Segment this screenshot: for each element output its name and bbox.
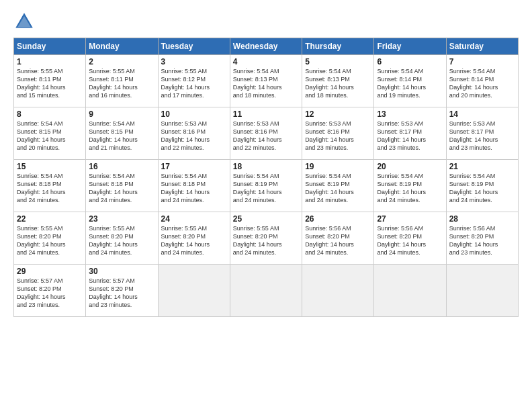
- calendar-cell: 11Sunrise: 5:53 AM Sunset: 8:16 PM Dayli…: [230, 107, 302, 160]
- calendar-cell: 8Sunrise: 5:54 AM Sunset: 8:15 PM Daylig…: [14, 107, 86, 160]
- calendar-cell: 12Sunrise: 5:53 AM Sunset: 8:16 PM Dayli…: [302, 107, 374, 160]
- day-number: 14: [449, 109, 515, 119]
- calendar-cell: 19Sunrise: 5:54 AM Sunset: 8:19 PM Dayli…: [302, 160, 374, 212]
- calendar-cell: 20Sunrise: 5:54 AM Sunset: 8:19 PM Dayli…: [374, 160, 446, 212]
- calendar-cell: 3Sunrise: 5:55 AM Sunset: 8:12 PM Daylig…: [158, 55, 230, 107]
- day-info: Sunrise: 5:53 AM Sunset: 8:16 PM Dayligh…: [305, 120, 371, 152]
- day-info: Sunrise: 5:55 AM Sunset: 8:12 PM Dayligh…: [161, 67, 227, 100]
- col-header-tuesday: Tuesday: [158, 38, 230, 55]
- day-number: 19: [305, 162, 371, 171]
- day-info: Sunrise: 5:57 AM Sunset: 8:20 PM Dayligh…: [89, 277, 154, 310]
- day-info: Sunrise: 5:55 AM Sunset: 8:20 PM Dayligh…: [161, 224, 227, 257]
- calendar-cell: 24Sunrise: 5:55 AM Sunset: 8:20 PM Dayli…: [158, 212, 230, 265]
- day-number: 3: [161, 57, 227, 66]
- day-info: Sunrise: 5:54 AM Sunset: 8:18 PM Dayligh…: [161, 172, 227, 205]
- calendar-cell: 29Sunrise: 5:57 AM Sunset: 8:20 PM Dayli…: [14, 265, 86, 317]
- col-header-sunday: Sunday: [14, 38, 86, 55]
- day-number: 18: [233, 162, 299, 171]
- col-header-wednesday: Wednesday: [230, 38, 302, 55]
- day-info: Sunrise: 5:54 AM Sunset: 8:18 PM Dayligh…: [17, 172, 83, 205]
- day-number: 13: [377, 109, 443, 119]
- day-number: 24: [161, 214, 227, 224]
- week-row-4: 29Sunrise: 5:57 AM Sunset: 8:20 PM Dayli…: [14, 265, 519, 317]
- calendar-cell: 30Sunrise: 5:57 AM Sunset: 8:20 PM Dayli…: [86, 265, 158, 317]
- day-number: 9: [89, 109, 154, 119]
- header: [13, 11, 519, 32]
- day-info: Sunrise: 5:54 AM Sunset: 8:19 PM Dayligh…: [233, 172, 299, 205]
- calendar: SundayMondayTuesdayWednesdayThursdayFrid…: [13, 38, 519, 317]
- day-number: 5: [305, 57, 371, 66]
- day-info: Sunrise: 5:55 AM Sunset: 8:11 PM Dayligh…: [89, 67, 154, 100]
- day-number: 2: [89, 57, 154, 66]
- day-number: 26: [305, 214, 371, 224]
- calendar-cell: 22Sunrise: 5:55 AM Sunset: 8:20 PM Dayli…: [14, 212, 86, 265]
- calendar-cell: [230, 265, 302, 317]
- calendar-cell: 2Sunrise: 5:55 AM Sunset: 8:11 PM Daylig…: [86, 55, 158, 107]
- calendar-cell: 26Sunrise: 5:56 AM Sunset: 8:20 PM Dayli…: [302, 212, 374, 265]
- day-info: Sunrise: 5:54 AM Sunset: 8:13 PM Dayligh…: [305, 67, 371, 100]
- day-info: Sunrise: 5:53 AM Sunset: 8:17 PM Dayligh…: [377, 120, 443, 152]
- day-number: 7: [449, 57, 515, 66]
- calendar-cell: 16Sunrise: 5:54 AM Sunset: 8:18 PM Dayli…: [86, 160, 158, 212]
- day-number: 20: [377, 162, 443, 171]
- day-info: Sunrise: 5:55 AM Sunset: 8:20 PM Dayligh…: [89, 224, 154, 257]
- day-info: Sunrise: 5:54 AM Sunset: 8:14 PM Dayligh…: [449, 67, 515, 100]
- day-info: Sunrise: 5:55 AM Sunset: 8:20 PM Dayligh…: [17, 224, 83, 257]
- day-info: Sunrise: 5:53 AM Sunset: 8:16 PM Dayligh…: [233, 120, 299, 152]
- col-header-friday: Friday: [374, 38, 446, 55]
- week-row-0: 1Sunrise: 5:55 AM Sunset: 8:11 PM Daylig…: [14, 55, 519, 107]
- calendar-cell: 21Sunrise: 5:54 AM Sunset: 8:19 PM Dayli…: [446, 160, 518, 212]
- day-info: Sunrise: 5:54 AM Sunset: 8:14 PM Dayligh…: [377, 67, 443, 100]
- calendar-cell: [302, 265, 374, 317]
- day-number: 22: [17, 214, 83, 224]
- header-row: SundayMondayTuesdayWednesdayThursdayFrid…: [14, 38, 519, 55]
- calendar-cell: 15Sunrise: 5:54 AM Sunset: 8:18 PM Dayli…: [14, 160, 86, 212]
- day-info: Sunrise: 5:56 AM Sunset: 8:20 PM Dayligh…: [377, 224, 443, 257]
- calendar-cell: 28Sunrise: 5:56 AM Sunset: 8:20 PM Dayli…: [446, 212, 518, 265]
- calendar-cell: 5Sunrise: 5:54 AM Sunset: 8:13 PM Daylig…: [302, 55, 374, 107]
- day-number: 11: [233, 109, 299, 119]
- day-info: Sunrise: 5:53 AM Sunset: 8:17 PM Dayligh…: [449, 120, 515, 152]
- calendar-cell: 18Sunrise: 5:54 AM Sunset: 8:19 PM Dayli…: [230, 160, 302, 212]
- calendar-cell: [446, 265, 518, 317]
- day-number: 6: [377, 57, 443, 66]
- day-number: 23: [89, 214, 154, 224]
- day-info: Sunrise: 5:54 AM Sunset: 8:15 PM Dayligh…: [17, 120, 83, 152]
- day-number: 28: [449, 214, 515, 224]
- day-number: 12: [305, 109, 371, 119]
- week-row-2: 15Sunrise: 5:54 AM Sunset: 8:18 PM Dayli…: [14, 160, 519, 212]
- day-number: 25: [233, 214, 299, 224]
- week-row-3: 22Sunrise: 5:55 AM Sunset: 8:20 PM Dayli…: [14, 212, 519, 265]
- calendar-cell: 10Sunrise: 5:53 AM Sunset: 8:16 PM Dayli…: [158, 107, 230, 160]
- logo: [13, 11, 38, 32]
- calendar-cell: 17Sunrise: 5:54 AM Sunset: 8:18 PM Dayli…: [158, 160, 230, 212]
- calendar-cell: 14Sunrise: 5:53 AM Sunset: 8:17 PM Dayli…: [446, 107, 518, 160]
- calendar-cell: 4Sunrise: 5:54 AM Sunset: 8:13 PM Daylig…: [230, 55, 302, 107]
- col-header-saturday: Saturday: [446, 38, 518, 55]
- day-number: 29: [17, 267, 83, 276]
- calendar-cell: 7Sunrise: 5:54 AM Sunset: 8:14 PM Daylig…: [446, 55, 518, 107]
- day-info: Sunrise: 5:54 AM Sunset: 8:13 PM Dayligh…: [233, 67, 299, 100]
- calendar-cell: 25Sunrise: 5:55 AM Sunset: 8:20 PM Dayli…: [230, 212, 302, 265]
- day-number: 16: [89, 162, 154, 171]
- week-row-1: 8Sunrise: 5:54 AM Sunset: 8:15 PM Daylig…: [14, 107, 519, 160]
- day-number: 1: [17, 57, 83, 66]
- day-info: Sunrise: 5:54 AM Sunset: 8:18 PM Dayligh…: [89, 172, 154, 205]
- logo-icon: [13, 11, 35, 32]
- day-number: 8: [17, 109, 83, 119]
- day-info: Sunrise: 5:54 AM Sunset: 8:19 PM Dayligh…: [449, 172, 515, 205]
- calendar-cell: 27Sunrise: 5:56 AM Sunset: 8:20 PM Dayli…: [374, 212, 446, 265]
- day-info: Sunrise: 5:54 AM Sunset: 8:15 PM Dayligh…: [89, 120, 154, 152]
- calendar-cell: [158, 265, 230, 317]
- day-number: 15: [17, 162, 83, 171]
- calendar-cell: 6Sunrise: 5:54 AM Sunset: 8:14 PM Daylig…: [374, 55, 446, 107]
- day-info: Sunrise: 5:54 AM Sunset: 8:19 PM Dayligh…: [305, 172, 371, 205]
- day-info: Sunrise: 5:56 AM Sunset: 8:20 PM Dayligh…: [305, 224, 371, 257]
- day-info: Sunrise: 5:57 AM Sunset: 8:20 PM Dayligh…: [17, 277, 83, 310]
- day-number: 4: [233, 57, 299, 66]
- col-header-thursday: Thursday: [302, 38, 374, 55]
- day-info: Sunrise: 5:54 AM Sunset: 8:19 PM Dayligh…: [377, 172, 443, 205]
- calendar-cell: 13Sunrise: 5:53 AM Sunset: 8:17 PM Dayli…: [374, 107, 446, 160]
- col-header-monday: Monday: [86, 38, 158, 55]
- calendar-cell: 9Sunrise: 5:54 AM Sunset: 8:15 PM Daylig…: [86, 107, 158, 160]
